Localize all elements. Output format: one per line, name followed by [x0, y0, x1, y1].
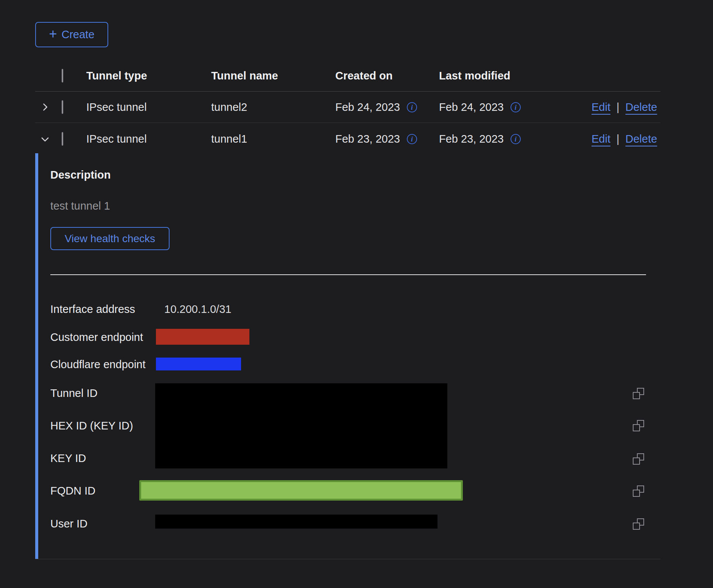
- row-checkbox[interactable]: [62, 100, 63, 114]
- copy-hex-id-button[interactable]: [633, 420, 644, 431]
- last-modified-cell: Feb 24, 2023: [439, 101, 504, 114]
- customer-endpoint-label: Customer endpoint: [50, 331, 143, 344]
- description-value: test tunnel 1: [50, 200, 110, 212]
- table-row: IPsec tunnel tunnel2 Feb 24, 2023 i Feb …: [35, 92, 660, 123]
- plus-icon: +: [49, 27, 57, 41]
- tunnels-table: Tunnel type Tunnel name Created on Last …: [35, 61, 660, 155]
- fqdn-id-label: FQDN ID: [50, 485, 95, 497]
- column-header-created-on: Created on: [335, 70, 439, 82]
- info-icon[interactable]: i: [511, 102, 521, 112]
- interface-address-label: Interface address: [50, 303, 135, 316]
- tunnels-page: { "toolbar": { "create_label": "Create",…: [0, 0, 713, 588]
- tunnel-detail-panel: Description test tunnel 1 View health ch…: [35, 155, 660, 559]
- column-header-last-modified: Last modified: [439, 70, 584, 82]
- chevron-down-icon: [40, 134, 50, 145]
- view-health-checks-button[interactable]: View health checks: [50, 227, 170, 250]
- info-icon[interactable]: i: [407, 134, 417, 144]
- copy-user-id-button[interactable]: [633, 518, 644, 530]
- chevron-right-icon: [40, 102, 50, 112]
- collapse-row-button[interactable]: [37, 132, 53, 147]
- tunnel-name-cell: tunnel1: [211, 133, 335, 145]
- hex-id-label: HEX ID (KEY ID): [50, 420, 133, 432]
- column-header-tunnel-type: Tunnel type: [86, 70, 211, 82]
- expanded-row-accent-bar: [35, 153, 38, 559]
- edit-link[interactable]: Edit: [592, 133, 610, 145]
- tunnel-id-label: Tunnel ID: [50, 387, 98, 400]
- create-button-label: Create: [61, 28, 94, 41]
- divider: [50, 274, 646, 275]
- tunnel-type-cell: IPsec tunnel: [86, 101, 211, 114]
- copy-tunnel-id-button[interactable]: [633, 388, 644, 399]
- user-id-label: User ID: [50, 518, 87, 530]
- info-icon[interactable]: i: [407, 102, 417, 112]
- copy-key-id-button[interactable]: [633, 453, 644, 465]
- table-header-row: Tunnel type Tunnel name Created on Last …: [35, 61, 660, 92]
- action-separator: |: [616, 101, 620, 114]
- action-separator: |: [616, 133, 620, 145]
- tunnel-name-cell: tunnel2: [211, 101, 335, 114]
- delete-link[interactable]: Delete: [626, 101, 657, 114]
- description-label: Description: [50, 169, 111, 181]
- created-on-cell: Feb 23, 2023: [335, 133, 400, 145]
- fqdn-id-redacted-value: [139, 480, 463, 501]
- create-button[interactable]: + Create: [35, 22, 108, 47]
- ids-redacted-value: [155, 383, 447, 468]
- customer-endpoint-redacted-value: [156, 329, 249, 345]
- delete-link[interactable]: Delete: [626, 133, 657, 145]
- copy-fqdn-id-button[interactable]: [633, 485, 644, 497]
- created-on-cell: Feb 24, 2023: [335, 101, 400, 114]
- info-icon[interactable]: i: [511, 134, 521, 144]
- last-modified-cell: Feb 23, 2023: [439, 133, 504, 145]
- edit-link[interactable]: Edit: [592, 101, 610, 114]
- tunnel-type-cell: IPsec tunnel: [86, 133, 211, 145]
- interface-address-value: 10.200.1.0/31: [164, 303, 231, 316]
- cloudflare-endpoint-label: Cloudflare endpoint: [50, 358, 146, 371]
- column-header-tunnel-name: Tunnel name: [211, 70, 335, 82]
- row-checkbox[interactable]: [62, 132, 63, 146]
- user-id-redacted-value: [155, 515, 437, 529]
- expand-row-button[interactable]: [37, 100, 53, 115]
- cloudflare-endpoint-redacted-value: [156, 358, 241, 370]
- table-row-expanded: IPsec tunnel tunnel1 Feb 23, 2023 i Feb …: [35, 123, 660, 155]
- select-all-checkbox[interactable]: [62, 69, 63, 82]
- key-id-label: KEY ID: [50, 452, 86, 465]
